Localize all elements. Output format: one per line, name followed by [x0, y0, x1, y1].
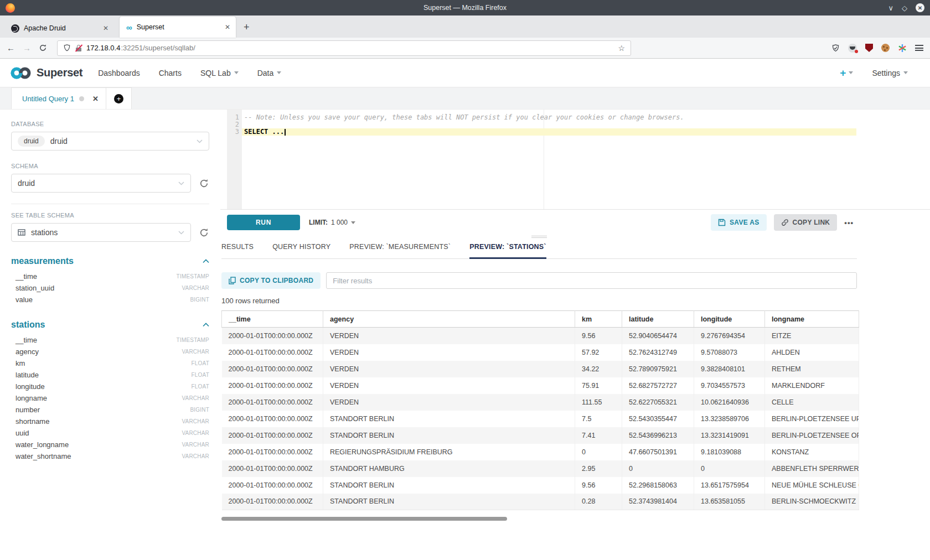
column-header[interactable]: agency [323, 311, 575, 328]
column-header[interactable]: km [575, 311, 622, 328]
column-type: VARCHAR [182, 395, 209, 401]
column-header[interactable]: longname [765, 311, 859, 328]
column-type: FLOAT [192, 383, 209, 390]
column-type: BIGINT [190, 407, 209, 413]
column-header[interactable]: latitude [622, 311, 694, 328]
table-row[interactable]: 2000-01-01T00:00:00.000ZREGIERUNGSPRÄSID… [222, 444, 859, 460]
superset-navbar: Superset DashboardsChartsSQL LabData + S… [0, 59, 930, 87]
bookmark-star-icon[interactable]: ☆ [618, 44, 625, 53]
table-cell: 2000-01-01T00:00:00.000Z [222, 361, 323, 377]
close-query-tab-icon[interactable]: ✕ [92, 95, 99, 103]
table-schema-select[interactable]: stations [11, 223, 191, 242]
mask-extension-icon[interactable] [848, 44, 857, 53]
refresh-tables-icon[interactable] [199, 227, 209, 238]
table-row[interactable]: 2000-01-01T00:00:00.000ZVERDEN9.5652.904… [222, 328, 859, 344]
results-tab-preview-stations[interactable]: PREVIEW: `STATIONS` [469, 235, 546, 258]
superset-logo[interactable]: Superset [10, 66, 82, 80]
insecure-lock-icon[interactable] [75, 44, 82, 52]
ublock-extension-icon[interactable] [865, 44, 873, 52]
back-icon[interactable]: ← [7, 43, 15, 53]
column-row: shortnameVARCHAR [11, 416, 209, 427]
table-row[interactable]: 2000-01-01T00:00:00.000ZSTANDORT HAMBURG… [222, 460, 859, 477]
table-cell: 13.653581055 [694, 494, 765, 510]
table-row[interactable]: 2000-01-01T00:00:00.000ZVERDEN57.9252.76… [222, 344, 859, 361]
table-cell: 9.56 [575, 328, 622, 344]
browser-tab-superset[interactable]: ∞ Superset ✕ [120, 17, 236, 38]
table-row[interactable]: 2000-01-01T00:00:00.000ZVERDEN111.5552.6… [222, 394, 859, 411]
refresh-schema-icon[interactable] [199, 178, 209, 189]
column-name: water_longname [16, 440, 69, 449]
more-options-button[interactable]: ••• [844, 219, 854, 227]
add-new-button[interactable]: + [840, 67, 853, 79]
table-cell: 2000-01-01T00:00:00.000Z [222, 477, 323, 494]
run-button[interactable]: RUN [227, 215, 300, 230]
query-tab[interactable]: Untitled Query 1 ✕ [11, 87, 106, 109]
nav-item-label: SQL Lab [200, 69, 231, 77]
column-header[interactable]: __time [222, 311, 323, 328]
sqllab-sidebar: DATABASE druid druid SCHEMA druid [0, 110, 220, 560]
sql-editor[interactable]: 123 -- Note: Unless you save your query,… [227, 110, 856, 209]
filter-results-input[interactable] [326, 272, 857, 289]
shield-check-icon[interactable] [831, 44, 840, 53]
chevron-up-icon[interactable] [203, 259, 209, 263]
copy-link-button[interactable]: COPY LINK [774, 214, 838, 231]
limit-dropdown[interactable]: LIMIT: 1 000 [309, 219, 355, 226]
column-type: VARCHAR [182, 349, 209, 355]
forward-icon[interactable]: → [23, 43, 31, 53]
table-row[interactable]: 2000-01-01T00:00:00.000ZVERDEN75.9152.68… [222, 377, 859, 394]
table-cell: 2000-01-01T00:00:00.000Z [222, 344, 323, 361]
url-bar[interactable]: 172.18.0.4:32251/superset/sqllab/ ☆ [57, 40, 631, 56]
maximize-icon[interactable]: ◇ [902, 4, 907, 12]
column-type: TIMESTAMP [177, 273, 209, 279]
nav-item-sql-lab[interactable]: SQL Lab [200, 69, 239, 77]
caret-down-icon [351, 221, 355, 224]
table-cell: 47.6607501391 [622, 444, 694, 460]
table-row[interactable]: 2000-01-01T00:00:00.000ZSTANDORT BERLIN7… [222, 427, 859, 444]
table-row[interactable]: 2000-01-01T00:00:00.000ZSTANDORT BERLIN0… [222, 494, 859, 510]
results-tab-query-history[interactable]: QUERY HISTORY [272, 235, 330, 258]
copy-to-clipboard-button[interactable]: COPY TO CLIPBOARD [221, 272, 321, 289]
results-tab-preview-measurements[interactable]: PREVIEW: `MEASUREMENTS` [349, 235, 451, 258]
shield-icon[interactable] [63, 44, 71, 52]
table-name: stations [11, 320, 45, 330]
reload-icon[interactable] [39, 44, 47, 52]
new-tab-button[interactable]: + [236, 22, 257, 38]
tab-close-icon[interactable]: ✕ [225, 23, 230, 31]
settings-label: Settings [872, 69, 900, 77]
tab-close-icon[interactable]: ✕ [103, 24, 108, 32]
nav-item-charts[interactable]: Charts [159, 69, 182, 77]
column-header[interactable]: longitude [694, 311, 765, 328]
column-type: VARCHAR [182, 453, 209, 459]
results-tab-results[interactable]: RESULTS [221, 235, 254, 258]
editor-line: -- Note: Unless you save your query, the… [242, 114, 856, 121]
save-as-button[interactable]: SAVE AS [711, 214, 766, 231]
nav-menu: DashboardsChartsSQL LabData [98, 69, 281, 77]
schema-select[interactable]: druid [11, 174, 191, 193]
table-cell: 7.41 [575, 427, 622, 444]
minimize-icon[interactable]: ∨ [888, 4, 893, 12]
chevron-up-icon[interactable] [203, 323, 209, 327]
horizontal-scrollbar[interactable] [221, 517, 507, 521]
unsaved-dot-icon [79, 96, 84, 101]
table-schema-value: stations [31, 228, 58, 237]
database-select[interactable]: druid druid [11, 132, 209, 151]
table-row[interactable]: 2000-01-01T00:00:00.000ZVERDEN34.2252.78… [222, 361, 859, 377]
nav-item-data[interactable]: Data [257, 69, 282, 77]
cookie-extension-icon[interactable] [881, 44, 890, 52]
sparkle-extension-icon[interactable] [898, 44, 907, 53]
table-cell: 9.181039088 [694, 444, 765, 460]
close-icon[interactable]: ✕ [916, 3, 924, 12]
table-row[interactable]: 2000-01-01T00:00:00.000ZSTANDORT BERLIN7… [222, 411, 859, 427]
settings-menu[interactable]: Settings [872, 69, 908, 77]
hamburger-menu-icon[interactable] [915, 45, 923, 51]
add-query-tab-button[interactable]: + [106, 87, 132, 109]
table-cell: 2000-01-01T00:00:00.000Z [222, 394, 323, 411]
results-table-header: __timeagencykmlatitudelongitudelongname [222, 311, 859, 328]
table-row[interactable]: 2000-01-01T00:00:00.000ZSTANDORT BERLIN9… [222, 477, 859, 494]
table-cell: 0.28 [575, 494, 622, 510]
nav-item-dashboards[interactable]: Dashboards [98, 69, 140, 77]
caret-down-icon [277, 71, 281, 74]
table-cell: 52.9040654474 [622, 328, 694, 344]
browser-tab-apache-druid[interactable]: Apache Druid ✕ [4, 19, 114, 38]
table-cell: 13.3238589706 [694, 411, 765, 427]
